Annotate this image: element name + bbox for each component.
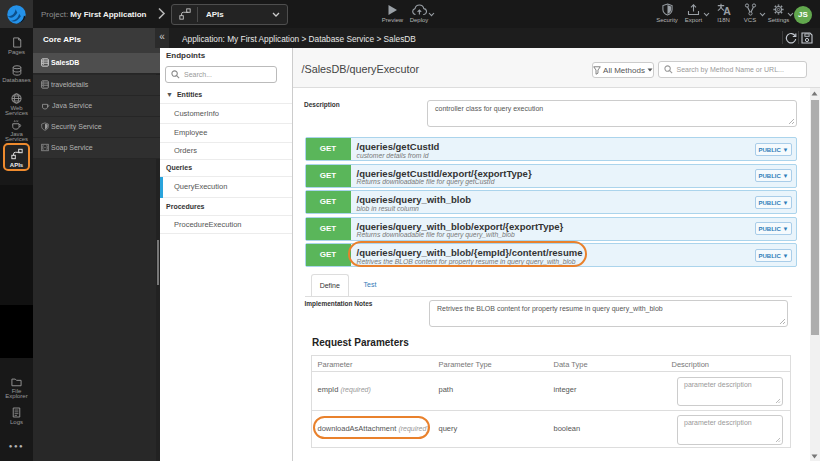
svg-text:A: A	[723, 5, 731, 16]
